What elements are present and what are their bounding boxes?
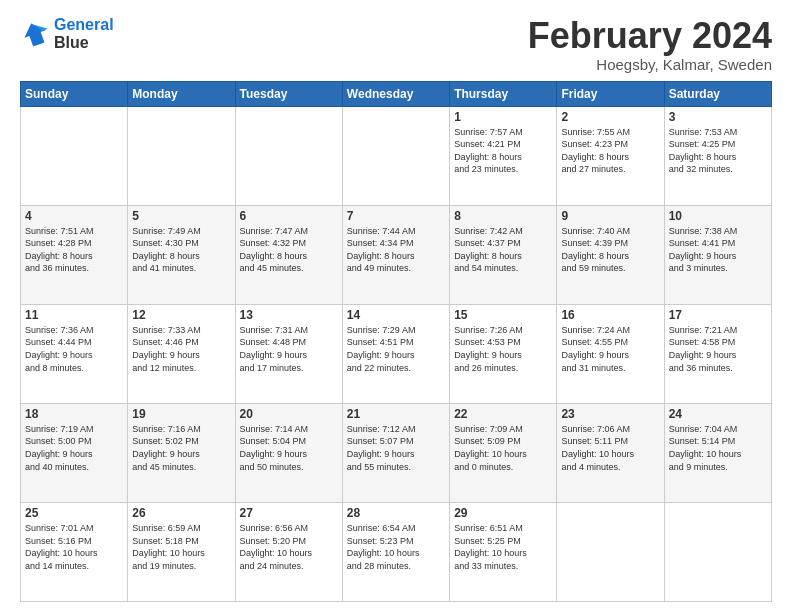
day-content: Sunrise: 7:06 AM Sunset: 5:11 PM Dayligh…	[561, 423, 659, 473]
day-content: Sunrise: 7:53 AM Sunset: 4:25 PM Dayligh…	[669, 126, 767, 176]
day-content: Sunrise: 7:16 AM Sunset: 5:02 PM Dayligh…	[132, 423, 230, 473]
calendar-cell	[235, 106, 342, 205]
location-subtitle: Hoegsby, Kalmar, Sweden	[528, 56, 772, 73]
day-content: Sunrise: 7:12 AM Sunset: 5:07 PM Dayligh…	[347, 423, 445, 473]
day-content: Sunrise: 7:04 AM Sunset: 5:14 PM Dayligh…	[669, 423, 767, 473]
calendar-cell: 9Sunrise: 7:40 AM Sunset: 4:39 PM Daylig…	[557, 205, 664, 304]
day-number: 11	[25, 308, 123, 322]
weekday-header-sunday: Sunday	[21, 81, 128, 106]
day-number: 9	[561, 209, 659, 223]
calendar-week-4: 25Sunrise: 7:01 AM Sunset: 5:16 PM Dayli…	[21, 502, 772, 601]
day-content: Sunrise: 7:09 AM Sunset: 5:09 PM Dayligh…	[454, 423, 552, 473]
day-number: 22	[454, 407, 552, 421]
day-number: 29	[454, 506, 552, 520]
header: General Blue February 2024 Hoegsby, Kalm…	[20, 16, 772, 73]
calendar-cell: 26Sunrise: 6:59 AM Sunset: 5:18 PM Dayli…	[128, 502, 235, 601]
logo-icon	[20, 19, 50, 49]
calendar-cell: 29Sunrise: 6:51 AM Sunset: 5:25 PM Dayli…	[450, 502, 557, 601]
calendar-week-1: 4Sunrise: 7:51 AM Sunset: 4:28 PM Daylig…	[21, 205, 772, 304]
day-number: 12	[132, 308, 230, 322]
day-number: 24	[669, 407, 767, 421]
weekday-header-wednesday: Wednesday	[342, 81, 449, 106]
day-content: Sunrise: 7:42 AM Sunset: 4:37 PM Dayligh…	[454, 225, 552, 275]
day-number: 15	[454, 308, 552, 322]
page: General Blue February 2024 Hoegsby, Kalm…	[0, 0, 792, 612]
day-content: Sunrise: 6:51 AM Sunset: 5:25 PM Dayligh…	[454, 522, 552, 572]
day-number: 25	[25, 506, 123, 520]
calendar-cell: 4Sunrise: 7:51 AM Sunset: 4:28 PM Daylig…	[21, 205, 128, 304]
day-content: Sunrise: 6:59 AM Sunset: 5:18 PM Dayligh…	[132, 522, 230, 572]
day-content: Sunrise: 7:26 AM Sunset: 4:53 PM Dayligh…	[454, 324, 552, 374]
calendar-week-0: 1Sunrise: 7:57 AM Sunset: 4:21 PM Daylig…	[21, 106, 772, 205]
weekday-header-thursday: Thursday	[450, 81, 557, 106]
day-number: 18	[25, 407, 123, 421]
weekday-header-tuesday: Tuesday	[235, 81, 342, 106]
calendar-cell: 10Sunrise: 7:38 AM Sunset: 4:41 PM Dayli…	[664, 205, 771, 304]
day-content: Sunrise: 7:44 AM Sunset: 4:34 PM Dayligh…	[347, 225, 445, 275]
calendar-cell: 11Sunrise: 7:36 AM Sunset: 4:44 PM Dayli…	[21, 304, 128, 403]
day-number: 2	[561, 110, 659, 124]
calendar-cell	[664, 502, 771, 601]
calendar-cell: 14Sunrise: 7:29 AM Sunset: 4:51 PM Dayli…	[342, 304, 449, 403]
calendar-cell: 12Sunrise: 7:33 AM Sunset: 4:46 PM Dayli…	[128, 304, 235, 403]
day-content: Sunrise: 7:19 AM Sunset: 5:00 PM Dayligh…	[25, 423, 123, 473]
calendar-cell	[342, 106, 449, 205]
calendar-cell: 22Sunrise: 7:09 AM Sunset: 5:09 PM Dayli…	[450, 403, 557, 502]
calendar-cell	[128, 106, 235, 205]
calendar-cell: 3Sunrise: 7:53 AM Sunset: 4:25 PM Daylig…	[664, 106, 771, 205]
month-title: February 2024	[528, 16, 772, 56]
day-number: 20	[240, 407, 338, 421]
weekday-header-friday: Friday	[557, 81, 664, 106]
day-content: Sunrise: 7:33 AM Sunset: 4:46 PM Dayligh…	[132, 324, 230, 374]
calendar-cell: 28Sunrise: 6:54 AM Sunset: 5:23 PM Dayli…	[342, 502, 449, 601]
day-number: 16	[561, 308, 659, 322]
day-number: 7	[347, 209, 445, 223]
calendar-cell	[557, 502, 664, 601]
calendar-cell: 13Sunrise: 7:31 AM Sunset: 4:48 PM Dayli…	[235, 304, 342, 403]
day-number: 4	[25, 209, 123, 223]
calendar-cell: 24Sunrise: 7:04 AM Sunset: 5:14 PM Dayli…	[664, 403, 771, 502]
day-content: Sunrise: 7:31 AM Sunset: 4:48 PM Dayligh…	[240, 324, 338, 374]
day-content: Sunrise: 7:36 AM Sunset: 4:44 PM Dayligh…	[25, 324, 123, 374]
calendar-cell: 17Sunrise: 7:21 AM Sunset: 4:58 PM Dayli…	[664, 304, 771, 403]
calendar-cell: 19Sunrise: 7:16 AM Sunset: 5:02 PM Dayli…	[128, 403, 235, 502]
calendar-cell: 5Sunrise: 7:49 AM Sunset: 4:30 PM Daylig…	[128, 205, 235, 304]
day-number: 19	[132, 407, 230, 421]
day-number: 23	[561, 407, 659, 421]
day-number: 3	[669, 110, 767, 124]
day-content: Sunrise: 6:54 AM Sunset: 5:23 PM Dayligh…	[347, 522, 445, 572]
day-number: 13	[240, 308, 338, 322]
day-number: 10	[669, 209, 767, 223]
day-number: 27	[240, 506, 338, 520]
weekday-header-monday: Monday	[128, 81, 235, 106]
day-number: 1	[454, 110, 552, 124]
day-content: Sunrise: 7:57 AM Sunset: 4:21 PM Dayligh…	[454, 126, 552, 176]
calendar-cell	[21, 106, 128, 205]
day-number: 28	[347, 506, 445, 520]
calendar-header-row: SundayMondayTuesdayWednesdayThursdayFrid…	[21, 81, 772, 106]
calendar-cell: 20Sunrise: 7:14 AM Sunset: 5:04 PM Dayli…	[235, 403, 342, 502]
day-content: Sunrise: 6:56 AM Sunset: 5:20 PM Dayligh…	[240, 522, 338, 572]
calendar-week-3: 18Sunrise: 7:19 AM Sunset: 5:00 PM Dayli…	[21, 403, 772, 502]
day-content: Sunrise: 7:51 AM Sunset: 4:28 PM Dayligh…	[25, 225, 123, 275]
day-content: Sunrise: 7:24 AM Sunset: 4:55 PM Dayligh…	[561, 324, 659, 374]
day-number: 17	[669, 308, 767, 322]
day-number: 14	[347, 308, 445, 322]
day-content: Sunrise: 7:29 AM Sunset: 4:51 PM Dayligh…	[347, 324, 445, 374]
day-number: 26	[132, 506, 230, 520]
day-number: 21	[347, 407, 445, 421]
logo: General Blue	[20, 16, 114, 51]
calendar-week-2: 11Sunrise: 7:36 AM Sunset: 4:44 PM Dayli…	[21, 304, 772, 403]
day-content: Sunrise: 7:14 AM Sunset: 5:04 PM Dayligh…	[240, 423, 338, 473]
day-content: Sunrise: 7:47 AM Sunset: 4:32 PM Dayligh…	[240, 225, 338, 275]
calendar-table: SundayMondayTuesdayWednesdayThursdayFrid…	[20, 81, 772, 602]
day-content: Sunrise: 7:49 AM Sunset: 4:30 PM Dayligh…	[132, 225, 230, 275]
calendar-cell: 18Sunrise: 7:19 AM Sunset: 5:00 PM Dayli…	[21, 403, 128, 502]
day-number: 6	[240, 209, 338, 223]
calendar-cell: 25Sunrise: 7:01 AM Sunset: 5:16 PM Dayli…	[21, 502, 128, 601]
calendar-cell: 15Sunrise: 7:26 AM Sunset: 4:53 PM Dayli…	[450, 304, 557, 403]
day-content: Sunrise: 7:21 AM Sunset: 4:58 PM Dayligh…	[669, 324, 767, 374]
day-number: 8	[454, 209, 552, 223]
svg-marker-0	[21, 19, 50, 48]
title-block: February 2024 Hoegsby, Kalmar, Sweden	[528, 16, 772, 73]
